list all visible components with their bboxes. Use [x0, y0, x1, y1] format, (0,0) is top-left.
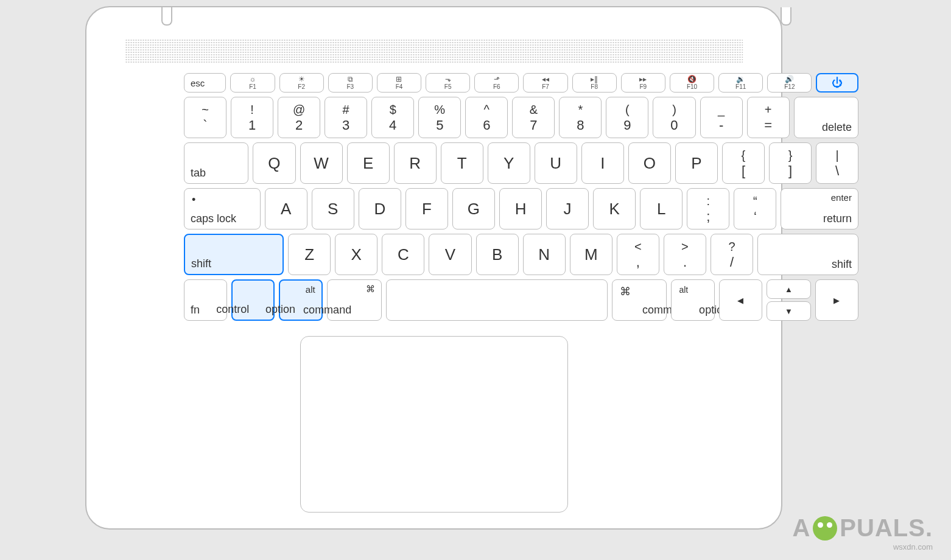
speaker-grille	[125, 39, 743, 63]
key-z[interactable]: Z	[288, 234, 331, 275]
key-arrow-right[interactable]: ▶	[815, 279, 858, 321]
key-5[interactable]: %5	[418, 97, 461, 138]
key-n[interactable]: N	[523, 234, 566, 275]
f4-label: F4	[396, 83, 403, 90]
key-f3[interactable]: ⧉F3	[328, 73, 373, 93]
key-f1[interactable]: ☼F1	[230, 73, 275, 93]
key-t-glyph: T	[457, 154, 467, 173]
key-r[interactable]: R	[394, 142, 437, 184]
key-c[interactable]: C	[382, 234, 424, 275]
key-equals-glyph: =	[764, 117, 772, 132]
key-tab[interactable]: tab	[184, 142, 248, 184]
key-2[interactable]: @2	[278, 97, 320, 138]
key-shift-left[interactable]: shift	[184, 234, 284, 275]
key-f[interactable]: F	[405, 188, 448, 229]
key-delete[interactable]: delete	[794, 97, 858, 138]
key-0-shift-glyph: )	[672, 103, 676, 117]
key-command-left-alt-label: ⌘	[366, 284, 375, 295]
key-minus[interactable]: _-	[700, 97, 743, 138]
key-k[interactable]: K	[593, 188, 636, 229]
key-rbracket[interactable]: }]	[769, 142, 812, 184]
f11-label: F11	[735, 83, 746, 90]
key-option-left-label: option	[260, 303, 301, 316]
key-t[interactable]: T	[441, 142, 483, 184]
f12-icon: 🔊	[785, 75, 794, 83]
key-command-right[interactable]: command⌘	[612, 279, 667, 321]
key-b[interactable]: B	[476, 234, 519, 275]
key-backslash[interactable]: |\	[816, 142, 858, 184]
key-shift-right-label: shift	[832, 258, 852, 271]
key-m[interactable]: M	[570, 234, 612, 275]
key-space[interactable]	[386, 279, 607, 321]
key-s[interactable]: S	[312, 188, 354, 229]
key-0[interactable]: )0	[653, 97, 695, 138]
bottom-row: fncontroloptionaltcommand⌘command⌘option…	[184, 279, 858, 321]
key-f12[interactable]: 🔊F12	[767, 73, 812, 93]
key-x[interactable]: X	[335, 234, 377, 275]
key-p[interactable]: P	[675, 142, 718, 184]
key-option-right[interactable]: optionalt	[671, 279, 714, 321]
key-o[interactable]: O	[628, 142, 671, 184]
key-arrow-up[interactable]: ▲	[767, 279, 811, 299]
key-l[interactable]: L	[640, 188, 683, 229]
key-q[interactable]: Q	[253, 142, 295, 184]
key-period[interactable]: >.	[664, 234, 706, 275]
key-rbracket-glyph: ]	[788, 163, 792, 178]
key-f4[interactable]: ⊞F4	[377, 73, 421, 93]
key-f9[interactable]: ▸▸F9	[621, 73, 665, 93]
key-f7[interactable]: ◂◂F7	[523, 73, 567, 93]
key-return[interactable]: returnenter	[781, 188, 858, 229]
key-f6[interactable]: ⬏F6	[474, 73, 519, 93]
key-8[interactable]: *8	[559, 97, 602, 138]
key-f5[interactable]: ⬎F5	[426, 73, 470, 93]
key-w-glyph: W	[314, 154, 329, 173]
key-command-left[interactable]: command⌘	[327, 279, 382, 321]
key-tilde[interactable]: ~`	[184, 97, 226, 138]
key-7[interactable]: &7	[512, 97, 555, 138]
f6-label: F6	[493, 83, 500, 90]
key-semicolon[interactable]: :;	[687, 188, 729, 229]
key-shift-right[interactable]: shift	[757, 234, 858, 275]
key-5-glyph: 5	[436, 117, 443, 132]
key-d[interactable]: D	[359, 188, 401, 229]
key-power[interactable]: ⏻	[816, 73, 858, 93]
trackpad[interactable]	[300, 336, 568, 513]
key-q-glyph: Q	[268, 154, 280, 173]
key-command-left-label: command	[300, 304, 354, 317]
key-c-glyph: C	[398, 245, 409, 264]
key-6[interactable]: ^6	[465, 97, 508, 138]
key-1[interactable]: !1	[231, 97, 273, 138]
key-slash[interactable]: ?/	[711, 234, 753, 275]
keyboard: esc☼F1☀F2⧉F3⊞F4⬎F5⬏F6◂◂F7▸‖F8▸▸F9🔇F10🔉F1…	[184, 73, 858, 325]
key-f10[interactable]: 🔇F10	[670, 73, 714, 93]
key-i[interactable]: I	[581, 142, 624, 184]
key-e[interactable]: E	[347, 142, 390, 184]
key-g[interactable]: G	[452, 188, 495, 229]
key-9[interactable]: (9	[606, 97, 648, 138]
key-v[interactable]: V	[429, 234, 471, 275]
key-f11[interactable]: 🔉F11	[718, 73, 763, 93]
key-a[interactable]: A	[265, 188, 307, 229]
key-9-shift-glyph: (	[625, 103, 630, 117]
key-h[interactable]: H	[499, 188, 542, 229]
key-esc[interactable]: esc	[184, 73, 226, 93]
key-j[interactable]: J	[546, 188, 589, 229]
key-arrow-left[interactable]: ◀	[719, 279, 762, 321]
key-equals[interactable]: +=	[747, 97, 790, 138]
key-f8[interactable]: ▸‖F8	[572, 73, 617, 93]
key-comma[interactable]: <,	[617, 234, 659, 275]
key-lbracket[interactable]: {[	[722, 142, 765, 184]
key-f2[interactable]: ☀F2	[279, 73, 324, 93]
key-arrow-down[interactable]: ▼	[767, 301, 811, 321]
key-u[interactable]: U	[535, 142, 577, 184]
key-3[interactable]: #3	[325, 97, 367, 138]
key-w[interactable]: W	[300, 142, 343, 184]
key-x-glyph: X	[351, 245, 362, 264]
key-l-glyph: L	[657, 200, 665, 219]
key-g-glyph: G	[468, 200, 480, 219]
key-y[interactable]: Y	[488, 142, 530, 184]
key-4[interactable]: $4	[371, 97, 414, 138]
key-quote[interactable]: “‘	[734, 188, 776, 229]
key-capslock[interactable]: caps lock•	[184, 188, 261, 229]
key-equals-shift-glyph: +	[765, 103, 772, 117]
